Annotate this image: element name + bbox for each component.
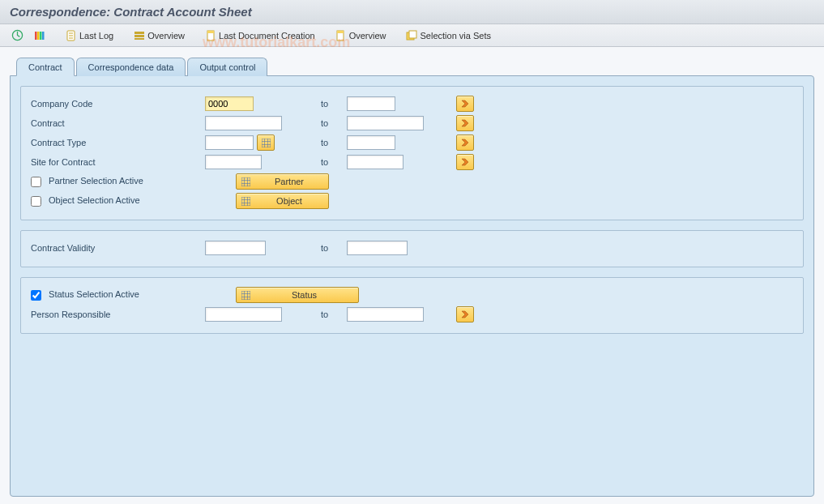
title-bar: Correspondence: Contract Account Sheet — [0, 0, 824, 24]
svg-rect-1 — [35, 32, 37, 40]
object-button[interactable]: Object — [236, 193, 329, 209]
validity-label: Contract Validity — [31, 243, 205, 253]
status-button[interactable]: Status — [236, 287, 359, 303]
company-code-input[interactable] — [205, 96, 254, 111]
log-icon — [65, 29, 77, 41]
svg-rect-2 — [37, 32, 40, 40]
rainbow-button[interactable] — [30, 28, 49, 43]
rainbow-icon — [33, 29, 45, 41]
last-doc-button[interactable]: Last Document Creation — [201, 28, 318, 43]
svg-rect-10 — [134, 35, 144, 37]
doc2-icon — [335, 29, 347, 41]
to-label-2: to — [298, 118, 347, 128]
object-selection-checkbox[interactable] — [31, 196, 41, 207]
grid-icon — [241, 291, 250, 300]
svg-rect-23 — [241, 177, 250, 186]
contract-multiple-button[interactable] — [456, 115, 474, 131]
group-contract-selection: Company Code to Contract to — [20, 86, 804, 220]
grid-icon — [241, 177, 250, 186]
execute-icon — [11, 29, 23, 41]
contract-type-multiple-button[interactable] — [456, 135, 474, 151]
contract-type-to-input[interactable] — [347, 135, 395, 150]
tabstrip: Contract Correspondence data Output cont… — [16, 57, 814, 75]
arrow-right-icon — [460, 138, 470, 147]
to-label-5: to — [298, 243, 347, 253]
overview-label-2: Overview — [349, 31, 386, 41]
svg-rect-4 — [42, 32, 45, 40]
svg-rect-33 — [241, 291, 250, 300]
doc-icon — [204, 29, 216, 41]
selection-via-sets-button[interactable]: Selection via Sets — [403, 28, 494, 43]
validity-from-input[interactable] — [205, 241, 266, 255]
execute-button[interactable] — [8, 28, 27, 43]
svg-rect-15 — [337, 31, 344, 33]
toolbar: Last Log Overview Last Document Creation… — [0, 24, 824, 47]
overview-button-2[interactable]: Overview — [331, 28, 390, 43]
overview-icon — [133, 29, 145, 41]
svg-rect-11 — [134, 38, 144, 40]
svg-rect-28 — [241, 197, 250, 206]
sets-icon — [406, 29, 418, 41]
status-selection-label: Status Selection Active — [49, 289, 139, 299]
status-button-label: Status — [255, 290, 353, 300]
site-to-input[interactable] — [347, 155, 403, 169]
site-multiple-button[interactable] — [456, 154, 474, 170]
object-selection-row: Object Selection Active — [31, 195, 205, 207]
validity-to-input[interactable] — [347, 241, 408, 255]
tab-output-control[interactable]: Output control — [187, 58, 267, 76]
contract-input[interactable] — [205, 116, 282, 130]
last-log-button[interactable]: Last Log — [62, 28, 117, 43]
contract-type-label: Contract Type — [31, 138, 205, 147]
grid-icon — [262, 139, 271, 147]
arrow-right-icon — [460, 99, 470, 109]
last-doc-label: Last Document Creation — [219, 31, 315, 41]
group-status: Status Selection Active Status Person Re… — [20, 277, 804, 334]
grid-icon — [241, 197, 250, 206]
partner-selection-label: Partner Selection Active — [49, 176, 143, 186]
to-label-1: to — [298, 99, 347, 109]
partner-selection-checkbox[interactable] — [31, 177, 41, 187]
contract-label: Contract — [31, 118, 205, 128]
partner-selection-row: Partner Selection Active — [31, 176, 205, 187]
selection-via-sets-label: Selection via Sets — [421, 31, 491, 41]
company-code-to-input[interactable] — [347, 96, 395, 111]
arrow-right-icon — [460, 310, 470, 319]
arrow-right-icon — [460, 118, 470, 128]
tab-correspondence-data[interactable]: Correspondence data — [76, 58, 186, 76]
tab-panel-contract: Company Code to Contract to — [10, 75, 814, 497]
overview-label-1: Overview — [147, 31, 185, 41]
content-area: Contract Correspondence data Output cont… — [0, 47, 824, 504]
partner-button-label: Partner — [255, 177, 323, 186]
last-log-label: Last Log — [79, 31, 113, 41]
to-label-4: to — [298, 157, 347, 167]
object-selection-label: Object Selection Active — [49, 195, 140, 205]
overview-button-1[interactable]: Overview — [130, 28, 188, 43]
to-label-6: to — [298, 310, 347, 319]
person-label: Person Responsible — [31, 310, 205, 319]
person-input[interactable] — [205, 307, 282, 322]
svg-rect-3 — [40, 32, 42, 40]
contract-type-input[interactable] — [205, 135, 254, 150]
svg-rect-13 — [207, 31, 214, 33]
to-label-3: to — [298, 138, 347, 147]
object-button-label: Object — [255, 196, 323, 206]
svg-rect-17 — [409, 31, 416, 38]
page-title: Correspondence: Contract Account Sheet — [10, 5, 252, 19]
person-to-input[interactable] — [347, 307, 424, 322]
partner-button[interactable]: Partner — [236, 173, 329, 190]
svg-rect-18 — [262, 139, 271, 147]
contract-to-input[interactable] — [347, 116, 424, 130]
site-label: Site for Contract — [31, 157, 205, 167]
status-selection-row: Status Selection Active — [31, 289, 205, 301]
svg-rect-9 — [134, 32, 144, 34]
status-selection-checkbox[interactable] — [31, 290, 41, 301]
contract-type-help-button[interactable] — [257, 135, 275, 151]
company-code-label: Company Code — [31, 99, 205, 109]
person-multiple-button[interactable] — [456, 306, 474, 322]
group-validity: Contract Validity to — [20, 230, 804, 267]
arrow-right-icon — [460, 157, 470, 167]
company-code-multiple-button[interactable] — [456, 96, 474, 112]
tab-contract[interactable]: Contract — [16, 58, 75, 76]
site-input[interactable] — [205, 155, 262, 169]
